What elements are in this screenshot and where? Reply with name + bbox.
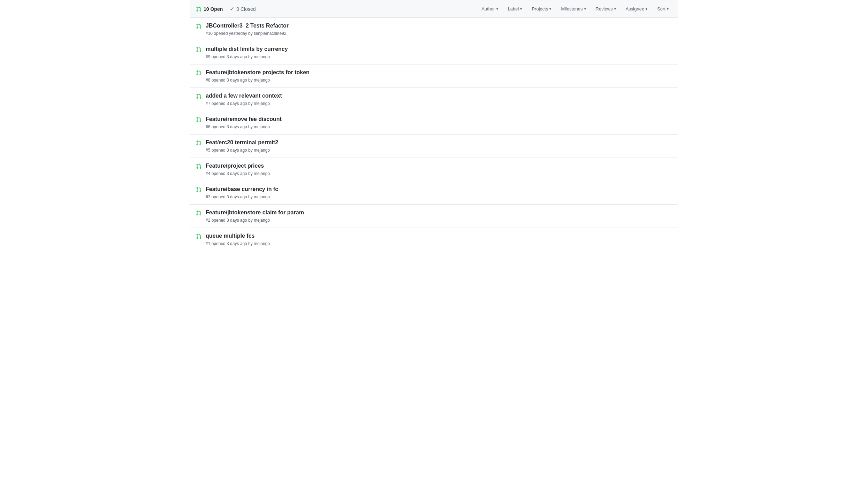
table-row: Feature/project prices #4 opened 3 days … [190,158,678,181]
table-row: Feature/remove fee discount #6 opened 3 … [190,111,678,135]
author-filter-button[interactable]: Author ▾ [478,5,501,13]
pr-item-icon [196,70,201,77]
pr-title[interactable]: added a few relevant context [206,93,672,99]
toolbar: 10 Open ✓ 0 Closed Author ▾ Label ▾ Proj… [190,0,678,18]
table-row: Feature/jbtokenstore claim for param #2 … [190,205,678,228]
label-filter-button[interactable]: Label ▾ [504,5,526,13]
open-prs-filter[interactable]: 10 Open [196,6,223,12]
pr-item-icon [196,93,201,100]
pr-meta: #2 opened 3 days ago by mejango [206,218,270,223]
pr-item-content: queue multiple fcs #1 opened 3 days ago … [206,233,672,246]
pr-title[interactable]: Feature/project prices [206,163,672,169]
pr-meta: #6 opened 3 days ago by mejango [206,124,270,129]
assignee-label: Assignee [626,6,644,12]
pr-item-content: multiple dist limits by currency #9 open… [206,46,672,59]
milestones-caret-icon: ▾ [584,7,586,11]
pr-title[interactable]: Feature/jbtokenstore projects for token [206,69,672,76]
pr-item-icon [196,23,201,30]
pr-meta: #9 opened 3 days ago by mejango [206,54,270,59]
pr-title[interactable]: queue multiple fcs [206,233,672,239]
pr-item-content: Feature/project prices #4 opened 3 days … [206,163,672,176]
table-row: queue multiple fcs #1 opened 3 days ago … [190,228,678,251]
pr-item-icon [196,117,201,123]
pr-item-content: added a few relevant context #7 opened 3… [206,93,672,106]
pr-title[interactable]: Feature/base currency in fc [206,186,672,192]
author-caret-icon: ▾ [496,7,498,11]
check-icon: ✓ [230,6,234,12]
assignee-filter-button[interactable]: Assignee ▾ [622,5,651,13]
assignee-caret-icon: ▾ [646,7,647,11]
pr-meta: #10 opened yesterday by simplemachine92 [206,31,286,36]
pr-item-icon [196,47,201,53]
pr-item-content: Feature/remove fee discount #6 opened 3 … [206,116,672,129]
reviews-caret-icon: ▾ [614,7,616,11]
pr-item-content: JBController3_2 Tests Refactor #10 opene… [206,23,672,36]
pr-title[interactable]: multiple dist limits by currency [206,46,672,52]
projects-filter-button[interactable]: Projects ▾ [528,5,555,13]
pr-item-content: Feat/erc20 terminal permit2 #5 opened 3 … [206,139,672,153]
pr-title[interactable]: Feature/remove fee discount [206,116,672,122]
pr-item-icon [196,140,201,147]
projects-label: Projects [532,6,548,12]
author-label: Author [481,6,495,12]
milestones-filter-button[interactable]: Milestones ▾ [557,5,589,13]
table-row: added a few relevant context #7 opened 3… [190,88,678,111]
reviews-filter-button[interactable]: Reviews ▾ [592,5,619,13]
pr-meta: #5 opened 3 days ago by mejango [206,148,270,153]
sort-label: Sort [657,6,665,12]
pr-title[interactable]: JBController3_2 Tests Refactor [206,23,672,29]
table-row: JBController3_2 Tests Refactor #10 opene… [190,18,678,41]
pr-item-icon [196,234,201,240]
closed-prs-filter[interactable]: ✓ 0 Closed [230,6,256,12]
label-label: Label [508,6,519,12]
pr-item-content: Feature/jbtokenstore claim for param #2 … [206,209,672,223]
pr-open-icon [196,6,201,12]
table-row: Feature/jbtokenstore projects for token … [190,64,678,88]
pr-title[interactable]: Feature/jbtokenstore claim for param [206,209,672,216]
pr-meta: #7 opened 3 days ago by mejango [206,101,270,106]
pr-item-icon [196,163,201,170]
pr-list-container: 10 Open ✓ 0 Closed Author ▾ Label ▾ Proj… [190,0,678,251]
pr-meta: #3 opened 3 days ago by mejango [206,194,270,199]
projects-caret-icon: ▾ [549,7,551,11]
toolbar-left: 10 Open ✓ 0 Closed [196,6,256,12]
toolbar-right: Author ▾ Label ▾ Projects ▾ Milestones ▾… [478,5,672,13]
pr-list: JBController3_2 Tests Refactor #10 opene… [190,18,678,251]
pr-meta: #4 opened 3 days ago by mejango [206,171,270,176]
open-count-label: 10 Open [204,6,223,12]
closed-label: 0 Closed [236,6,256,12]
pr-item-content: Feature/jbtokenstore projects for token … [206,69,672,83]
label-caret-icon: ▾ [520,7,522,11]
sort-filter-button[interactable]: Sort ▾ [654,5,672,13]
pr-item-icon [196,210,201,217]
pr-item-content: Feature/base currency in fc #3 opened 3 … [206,186,672,199]
table-row: Feature/base currency in fc #3 opened 3 … [190,181,678,205]
pr-meta: #1 opened 3 days ago by mejango [206,241,270,246]
milestones-label: Milestones [561,6,583,12]
pr-title[interactable]: Feat/erc20 terminal permit2 [206,139,672,146]
table-row: Feat/erc20 terminal permit2 #5 opened 3 … [190,135,678,158]
reviews-label: Reviews [596,6,613,12]
pr-meta: #8 opened 3 days ago by mejango [206,78,270,83]
pr-item-icon [196,187,201,193]
table-row: multiple dist limits by currency #9 open… [190,41,678,64]
sort-caret-icon: ▾ [667,7,669,11]
